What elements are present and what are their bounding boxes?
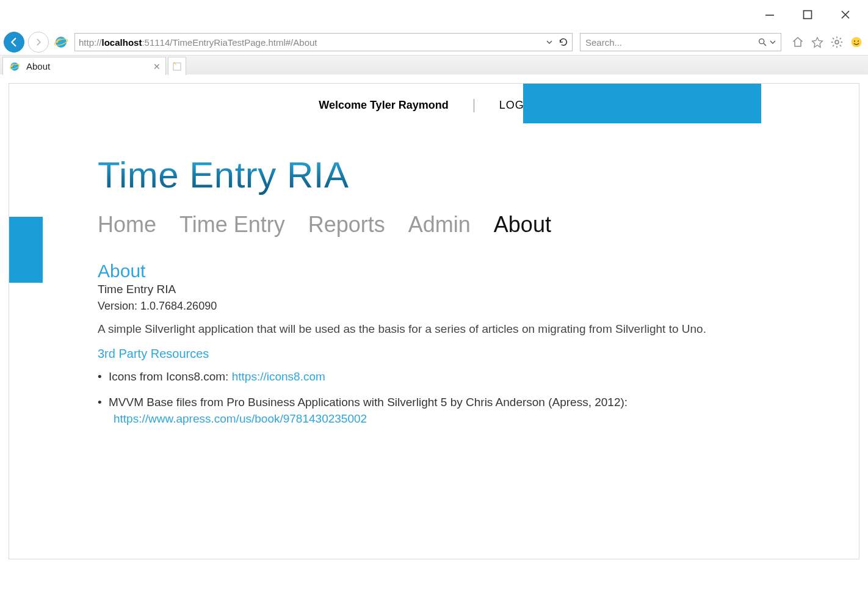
browser-nav: http://localhost:51114/TimeEntryRiaTestP…: [0, 29, 868, 55]
resources-list: Icons from Icons8.com: https://icons8.co…: [98, 368, 859, 427]
nav-time-entry[interactable]: Time Entry: [179, 212, 285, 238]
nav-home[interactable]: Home: [98, 212, 156, 238]
about-version: Version: 1.0.7684.26090: [98, 300, 859, 313]
refresh-icon[interactable]: [559, 37, 568, 47]
svg-line-14: [840, 38, 841, 39]
side-accent: [9, 217, 43, 283]
tab-close-icon[interactable]: ✕: [153, 62, 161, 71]
url-path: :51114/TimeEntryRiaTestPage.html#/About: [142, 37, 317, 48]
svg-rect-20: [173, 63, 181, 70]
tab-strip: About ✕: [0, 55, 868, 75]
home-icon[interactable]: [791, 35, 805, 49]
minimize-icon[interactable]: [764, 9, 775, 20]
app-viewport: Welcome Tyler Raymond LOGOUT Time Entry …: [9, 83, 859, 559]
res1-text: Icons from Icons8.com:: [109, 370, 232, 383]
address-controls: [546, 37, 568, 47]
header-accent: [523, 84, 761, 123]
ie-logo-icon: [54, 35, 68, 49]
back-button[interactable]: [4, 32, 24, 53]
svg-point-21: [174, 62, 175, 63]
forward-button[interactable]: [28, 32, 49, 53]
window-controls: [0, 0, 868, 29]
res2-text: MVVM Base files from Pro Business Applic…: [109, 396, 627, 409]
about-description: A simple Silverlight application that wi…: [98, 322, 708, 336]
svg-rect-0: [765, 15, 774, 16]
url-protocol: http://: [79, 37, 102, 48]
favorites-icon[interactable]: [811, 35, 824, 49]
browser-toolbar: [791, 35, 863, 49]
search-icon[interactable]: [758, 37, 767, 47]
address-bar[interactable]: http://localhost:51114/TimeEntryRiaTestP…: [74, 33, 573, 51]
url-host: localhost: [102, 37, 142, 48]
svg-point-17: [858, 40, 859, 42]
svg-point-16: [854, 40, 855, 42]
welcome-label: Welcome Tyler Raymond: [319, 99, 448, 112]
nav-admin[interactable]: Admin: [408, 212, 471, 238]
nav-reports[interactable]: Reports: [308, 212, 385, 238]
svg-line-12: [840, 45, 841, 46]
dropdown-icon[interactable]: [546, 39, 552, 45]
close-icon[interactable]: [840, 9, 851, 20]
settings-icon[interactable]: [830, 35, 844, 49]
svg-line-5: [764, 43, 766, 46]
res2-link[interactable]: https://www.apress.com/us/book/978143023…: [109, 410, 708, 427]
tab-title: About: [26, 61, 50, 71]
svg-point-15: [852, 37, 862, 48]
app-title: Time Entry RIA: [98, 154, 859, 196]
resources-heading: 3rd Party Resources: [98, 347, 859, 361]
list-item: MVVM Base files from Pro Business Applic…: [98, 394, 708, 427]
svg-point-6: [835, 40, 839, 44]
smiley-icon[interactable]: [850, 35, 863, 49]
search-dropdown-icon[interactable]: [770, 39, 776, 45]
about-subtitle: Time Entry RIA: [98, 283, 859, 296]
svg-line-11: [833, 38, 834, 39]
svg-rect-1: [804, 11, 812, 19]
tab-favicon-icon: [9, 61, 20, 72]
tab-about[interactable]: About ✕: [2, 57, 166, 75]
about-heading: About: [98, 261, 859, 282]
search-box[interactable]: Search...: [580, 33, 781, 51]
svg-point-4: [759, 39, 764, 44]
search-placeholder: Search...: [585, 37, 622, 48]
separator: [474, 99, 474, 112]
maximize-icon[interactable]: [802, 9, 813, 20]
new-tab-button[interactable]: [168, 57, 186, 75]
about-section: About Time Entry RIA Version: 1.0.7684.2…: [98, 261, 859, 427]
nav-about[interactable]: About: [494, 212, 551, 238]
svg-line-13: [833, 45, 834, 46]
app-nav: Home Time Entry Reports Admin About: [98, 212, 859, 238]
list-item: Icons from Icons8.com: https://icons8.co…: [98, 368, 708, 385]
res1-link[interactable]: https://icons8.com: [232, 370, 325, 383]
app-header: Welcome Tyler Raymond LOGOUT: [9, 84, 859, 123]
